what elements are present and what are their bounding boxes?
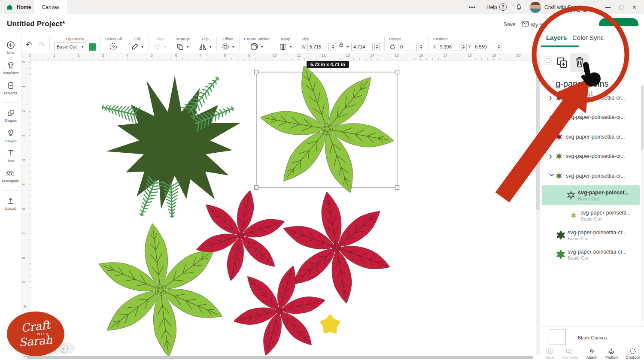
trash-icon[interactable] <box>574 56 586 69</box>
attach-button[interactable]: Attach <box>586 348 598 360</box>
chevron-right-icon[interactable]: ❯ <box>549 154 555 159</box>
sidebar-item-shapes[interactable]: Shapes <box>4 109 17 123</box>
monogram-icon: MG <box>6 169 15 178</box>
arrange-button[interactable]: Arrange ▼ <box>171 35 194 51</box>
selection-handle-se[interactable] <box>395 186 399 190</box>
align-button[interactable]: Align ▼ <box>149 35 171 51</box>
canvas-vertical-scrollbar-thumb[interactable] <box>536 60 540 210</box>
sidebar-item-text[interactable]: T Text <box>6 149 15 163</box>
tab-layers[interactable]: Layers <box>546 34 567 41</box>
blank-canvas-swatch[interactable] <box>549 330 566 345</box>
canvas-object-red-poinsettia-1[interactable] <box>183 179 298 292</box>
duplicate-icon[interactable] <box>556 56 568 69</box>
sidebar-item-projects[interactable]: Projects <box>4 81 17 95</box>
save-button[interactable]: Save <box>504 21 515 27</box>
canvas-object-yellow-center[interactable] <box>322 316 339 332</box>
height-stepper[interactable] <box>374 43 380 51</box>
tab-canvas[interactable]: Canvas <box>34 0 67 14</box>
create-sticker-button[interactable]: Create Sticker ▼ <box>240 35 274 51</box>
horizontal-ruler: 01234567891011121314151617181920 <box>21 52 535 61</box>
chevron-right-icon[interactable]: ❯ <box>549 135 555 139</box>
shapes-icon <box>6 109 15 117</box>
width-stepper[interactable] <box>331 43 336 51</box>
selection-handle-nw[interactable] <box>255 70 258 74</box>
flip-button[interactable]: Flip ▼ <box>194 35 216 51</box>
width-input[interactable]: 5.715 <box>307 43 329 51</box>
offset-button[interactable]: Offset ▼ <box>217 35 239 51</box>
more-menu-button[interactable]: ••• <box>469 0 476 14</box>
minimize-button[interactable]: — <box>601 4 615 10</box>
tab-color-sync[interactable]: Color Sync <box>572 34 604 41</box>
layer-thumbnail-icon <box>555 133 563 141</box>
edit-toolbar: ↶ ↷ Operation Basic Cut▼ Select All <box>21 35 535 53</box>
combine-button[interactable]: Combine <box>562 348 578 360</box>
zoom-in-icon[interactable]: + <box>60 345 68 353</box>
contour-button[interactable]: Contour <box>626 348 640 360</box>
layer-thumbnail-icon <box>555 113 563 121</box>
layer-group-row-5-expanded[interactable]: ❯ svg-paper-poinsettia-cr... <box>542 167 641 185</box>
position-x-input[interactable]: 9.396 <box>438 43 459 51</box>
panel-divider <box>541 326 644 327</box>
chevron-down-icon[interactable]: ❯ <box>550 173 554 179</box>
rotate-input[interactable]: 0 <box>398 43 417 51</box>
chevron-right-icon[interactable]: ❯ <box>549 96 555 100</box>
avatar[interactable] <box>529 1 541 13</box>
layer-row[interactable]: svg-paper-poinsettia-cr... Basic Cut <box>542 226 641 245</box>
lock-icon[interactable] <box>338 41 345 48</box>
bell-icon <box>515 3 522 11</box>
layer-group-row-2[interactable]: ❯ svg-paper-poinsettia-cr... <box>542 108 641 126</box>
layer-row-child[interactable]: svg-paper-poinsetti... Basic Cut <box>542 206 641 225</box>
select-all-button[interactable]: Select All <box>101 35 126 51</box>
slice-button[interactable]: Slice <box>545 348 554 360</box>
close-button[interactable]: ✕ <box>628 4 641 10</box>
sidebar-item-templates[interactable]: Templates <box>2 61 19 75</box>
horizontal-scrollbar[interactable] <box>27 356 533 359</box>
layer-row-selected[interactable]: svg-paper-poinset... Basic Cut <box>542 185 640 205</box>
tab-home[interactable]: Home <box>6 0 31 14</box>
holly-and-ferns-group[interactable] <box>102 76 241 218</box>
chevron-right-icon[interactable]: ❯ <box>549 115 555 120</box>
contour-icon <box>629 348 637 354</box>
layer-row[interactable]: svg-paper-poinsettia-cr... Basic Cut <box>542 245 641 264</box>
edit-button[interactable]: Edit ▼ <box>126 35 149 51</box>
redo-icon[interactable]: ↷ <box>39 41 45 49</box>
selection-handle-ne[interactable] <box>395 70 399 74</box>
machine-selector-partial[interactable]: plore 3 <box>562 5 587 14</box>
my-stuff-icon <box>522 21 529 27</box>
notifications-button[interactable] <box>515 0 522 14</box>
selection-size-tooltip: 5.72 in x 4.71 in <box>307 61 349 68</box>
rotate-stepper[interactable] <box>419 43 424 51</box>
selection-handle-sw[interactable] <box>255 186 258 190</box>
flatten-button[interactable]: Flatten <box>605 348 618 360</box>
layer-thumbnail-icon <box>569 211 578 220</box>
paperclip-icon <box>587 348 596 354</box>
help-button[interactable]: Help ? <box>486 0 507 14</box>
undo-icon[interactable]: ↶ <box>26 41 32 49</box>
page-title: Untitled Project* <box>7 20 65 28</box>
sidebar-item-new[interactable]: New <box>6 41 15 55</box>
operation-select[interactable]: Basic Cut▼ <box>54 42 87 51</box>
sidebar-item-monogram[interactable]: MG Monogram <box>2 169 19 183</box>
height-input[interactable]: 4.714 <box>351 43 373 51</box>
warp-button[interactable]: Warp ▼ <box>274 35 297 51</box>
color-swatch[interactable] <box>89 43 96 51</box>
panel-scrollbar-thumb[interactable] <box>641 86 644 150</box>
maximize-button[interactable]: ▢ <box>615 4 628 10</box>
layer-group-row-4[interactable]: ❯ svg-paper-poinsettia-cr... <box>542 147 641 165</box>
lightbulb-icon <box>6 129 15 137</box>
sidebar-item-upload[interactable]: Upload <box>5 197 16 211</box>
sticker-icon <box>250 42 258 51</box>
position-y-input[interactable]: 0.559 <box>473 43 494 51</box>
position-y-stepper[interactable] <box>496 43 501 51</box>
sidebar-item-images[interactable]: Images <box>5 129 17 143</box>
tshirt-icon <box>6 61 15 70</box>
layer-actions-bar: Slice Combine Attach Flatten <box>541 347 644 360</box>
slice-icon <box>545 348 554 354</box>
group-icon[interactable] <box>543 55 553 66</box>
layer-group-row-3[interactable]: ❯ svg-paper-poinsettia-cr... <box>542 128 641 146</box>
layer-thumbnail-icon <box>555 172 563 180</box>
position-x-stepper[interactable] <box>461 43 467 51</box>
canvas-object-green-poinsettia-selected[interactable] <box>249 54 405 204</box>
layer-thumbnail-icon <box>567 191 575 200</box>
active-tab-underline <box>541 45 579 47</box>
